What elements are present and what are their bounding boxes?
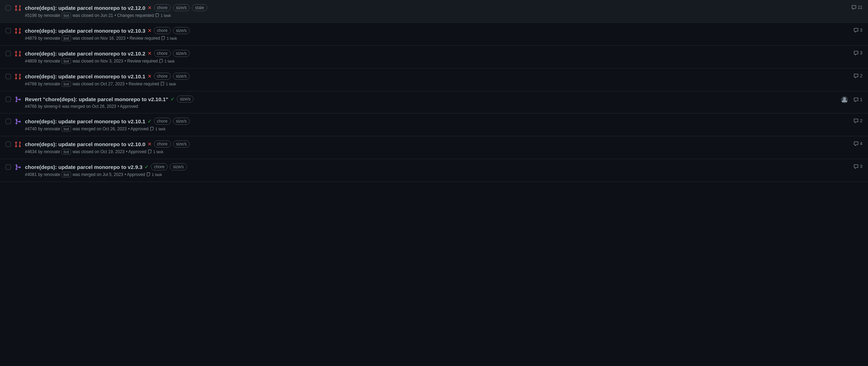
- pr-title-row: Revert "chore(deps): update parcel monor…: [25, 96, 837, 103]
- pr-status-icon: [14, 4, 21, 11]
- pr-by: by renovate: [38, 149, 60, 154]
- comment-count[interactable]: 4: [854, 141, 862, 146]
- pr-review: • Review required: [126, 81, 159, 86]
- task-count: 1 task: [155, 13, 171, 18]
- pr-meta: #4634 by renovate bot was closed on Oct …: [25, 149, 850, 155]
- svg-point-0: [843, 97, 846, 100]
- comment-count[interactable]: 11: [851, 5, 862, 10]
- ci-passed-icon: ✓: [170, 96, 175, 102]
- label-chore[interactable]: chore: [154, 27, 171, 34]
- bot-badge: bot: [61, 13, 71, 18]
- pr-by: by renovate: [38, 36, 60, 41]
- pr-item: chore(deps): update parcel monorepo to v…: [0, 46, 868, 68]
- label-size/s[interactable]: size/s: [173, 4, 190, 11]
- pr-title-row: chore(deps): update parcel monorepo to v…: [25, 27, 850, 34]
- checkbox-col: [6, 163, 11, 171]
- pr-actions: 1: [841, 96, 862, 103]
- pr-item: chore(deps): update parcel monorepo to v…: [0, 0, 868, 23]
- label-chore[interactable]: chore: [154, 50, 171, 57]
- label-chore[interactable]: chore: [151, 163, 168, 170]
- pr-status-icon: [14, 73, 21, 80]
- pr-item: chore(deps): update parcel monorepo to v…: [0, 113, 868, 136]
- comment-number: 1: [860, 97, 862, 102]
- comment-icon: [854, 164, 859, 169]
- pr-review: • Approved: [124, 172, 145, 177]
- pr-title[interactable]: chore(deps): update parcel monorepo to v…: [25, 164, 142, 170]
- pr-title-row: chore(deps): update parcel monorepo to v…: [25, 4, 848, 11]
- comment-icon: [854, 73, 859, 78]
- avatar: [841, 96, 848, 103]
- pr-meta: #4879 by renovate bot was closed on Nov …: [25, 35, 850, 41]
- comment-count[interactable]: 3: [854, 28, 862, 33]
- label-size/s[interactable]: size/s: [173, 140, 190, 148]
- label-size/s[interactable]: size/s: [173, 27, 190, 34]
- comment-count[interactable]: 3: [854, 51, 862, 55]
- label-chore[interactable]: chore: [154, 4, 171, 11]
- comment-count[interactable]: 2: [854, 118, 862, 123]
- pr-by: by simeng-li: [38, 104, 60, 109]
- pr-meta: #4768 by renovate bot was closed on Oct …: [25, 81, 850, 87]
- pr-checkbox[interactable]: [6, 5, 11, 11]
- pr-by: by renovate: [38, 81, 60, 86]
- pr-checkbox[interactable]: [6, 142, 11, 147]
- pr-title-row: chore(deps): update parcel monorepo to v…: [25, 140, 850, 148]
- pr-action: was closed on Nov 3, 2023: [72, 59, 123, 64]
- label-size/s[interactable]: size/s: [170, 163, 187, 170]
- label-chore[interactable]: chore: [154, 140, 171, 148]
- comment-icon: [854, 118, 859, 123]
- comment-number: 3: [860, 51, 862, 55]
- pr-action: was closed on Oct 19, 2023: [72, 149, 124, 154]
- comment-count[interactable]: 2: [854, 73, 862, 78]
- comment-count[interactable]: 1: [854, 97, 862, 102]
- bot-badge: bot: [61, 35, 71, 41]
- pr-checkbox[interactable]: [6, 74, 11, 79]
- comment-number: 3: [860, 164, 862, 169]
- bot-badge: bot: [61, 149, 71, 155]
- comment-count[interactable]: 3: [854, 164, 862, 169]
- pr-content: Revert "chore(deps): update parcel monor…: [25, 96, 837, 109]
- pr-review: • Review required: [127, 36, 160, 41]
- checkbox-col: [6, 140, 11, 148]
- pr-by: by renovate: [38, 172, 60, 177]
- pr-number: #4768: [25, 81, 37, 86]
- bot-badge: bot: [61, 126, 71, 132]
- label-chore[interactable]: chore: [154, 118, 171, 125]
- task-count: 1 task: [147, 172, 162, 177]
- pr-title[interactable]: chore(deps): update parcel monorepo to v…: [25, 28, 145, 34]
- pr-checkbox[interactable]: [6, 164, 11, 170]
- pr-status-icon: [14, 27, 21, 34]
- label-size/s[interactable]: size/s: [173, 118, 190, 125]
- pr-status-icon: [14, 96, 21, 103]
- label-size/s[interactable]: size/s: [177, 96, 194, 103]
- pr-title[interactable]: chore(deps): update parcel monorepo to v…: [25, 51, 145, 57]
- comment-number: 3: [860, 28, 862, 33]
- pr-title[interactable]: chore(deps): update parcel monorepo to v…: [25, 73, 145, 79]
- label-chore[interactable]: chore: [154, 73, 171, 80]
- pr-actions: 2: [854, 118, 862, 123]
- pr-checkbox[interactable]: [6, 51, 11, 56]
- pr-checkbox[interactable]: [6, 28, 11, 33]
- pr-status-icon: [14, 118, 21, 125]
- label-size/s[interactable]: size/s: [173, 50, 190, 57]
- pr-review: • Approved: [128, 126, 148, 131]
- ci-passed-icon: ✓: [144, 164, 149, 170]
- pr-title[interactable]: chore(deps): update parcel monorepo to v…: [25, 5, 145, 11]
- pr-actions: 3: [854, 27, 862, 33]
- pr-checkbox[interactable]: [6, 119, 11, 124]
- pr-by: by renovate: [38, 59, 60, 64]
- label-stale[interactable]: stale: [192, 4, 207, 11]
- pr-title[interactable]: chore(deps): update parcel monorepo to v…: [25, 118, 145, 124]
- pr-title[interactable]: Revert "chore(deps): update parcel monor…: [25, 96, 168, 102]
- task-count: 1 task: [161, 36, 177, 40]
- pr-content: chore(deps): update parcel monorepo to v…: [25, 50, 850, 64]
- pr-actions: 4: [854, 140, 862, 146]
- comment-icon: [854, 51, 859, 55]
- pr-action: was merged on Oct 26, 2023: [72, 126, 127, 131]
- comment-number: 11: [858, 5, 862, 10]
- pr-title[interactable]: chore(deps): update parcel monorepo to v…: [25, 141, 145, 147]
- comment-icon: [851, 5, 856, 10]
- label-size/s[interactable]: size/s: [173, 73, 190, 80]
- pr-actions: 3: [854, 50, 862, 55]
- checkbox-col: [6, 4, 11, 12]
- pr-checkbox[interactable]: [6, 97, 11, 102]
